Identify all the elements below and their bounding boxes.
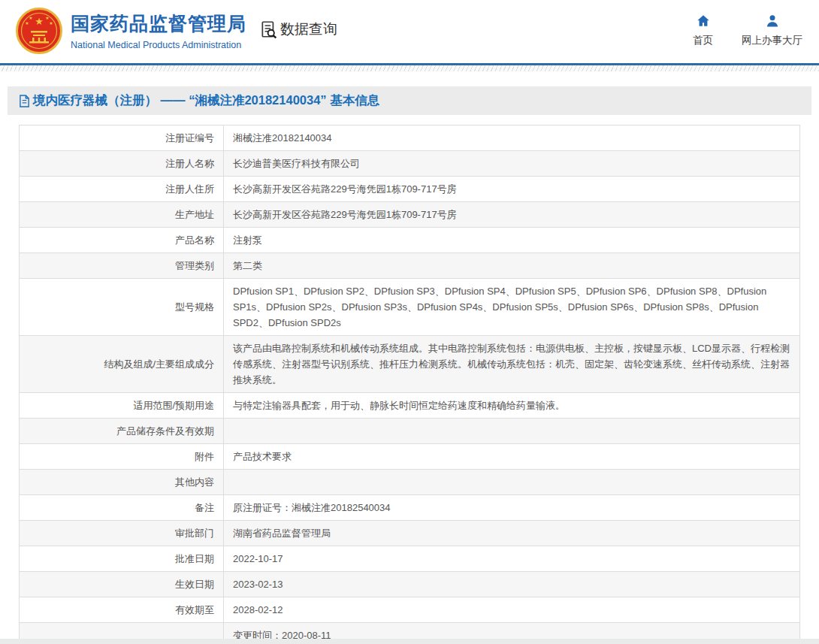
data-query-icon — [259, 20, 279, 39]
table-row: 生效日期2023-02-13 — [20, 572, 800, 597]
table-row: 注册人住所长沙高新开发区谷苑路229号海凭园1栋709-717号房 — [20, 177, 800, 202]
table-row: 批准日期2022-10-17 — [20, 546, 800, 572]
brand-name-cn: 国家药品监督管理局 — [71, 11, 246, 36]
brand-name-en: National Medical Products Administration — [71, 40, 246, 50]
table-row: 适用范围/预期用途与特定注输器具配套，用于动、静脉长时间恒定给药速度和精确给药量… — [20, 393, 800, 419]
row-label: 生产地址 — [20, 202, 224, 228]
data-query-label: 数据查询 — [280, 20, 337, 39]
row-label: 产品储存条件及有效期 — [20, 419, 224, 444]
home-icon — [696, 14, 711, 29]
table-row: 有效期至2028-02-12 — [20, 597, 800, 623]
header-stripe-band — [0, 65, 819, 71]
row-label: 注册人住所 — [20, 177, 224, 202]
row-value: 第二类 — [224, 253, 800, 279]
row-label: 附件 — [20, 444, 224, 470]
row-value: 原注册证号：湘械注准20182540034 — [224, 495, 800, 521]
table-row: 管理类别第二类 — [20, 253, 800, 279]
row-value: 该产品由电路控制系统和机械传动系统组成。其中电路控制系统包括：电源供电板、主控板… — [224, 336, 800, 393]
row-label: 产品名称 — [20, 228, 224, 253]
nav-item-service-hall[interactable]: 网上办事大厅 — [742, 14, 802, 47]
row-label: 有效期至 — [20, 597, 224, 623]
user-icon — [765, 14, 780, 29]
info-table-body: 注册证编号湘械注准20182140034注册人名称长沙迪普美医疗科技有限公司注册… — [20, 125, 800, 644]
row-value: 2022-10-17 — [224, 546, 800, 572]
nmpa-emblem-logo: ★ ★ ★ ★ ★ — [15, 7, 63, 55]
svg-text:★: ★ — [29, 16, 32, 20]
row-label: 适用范围/预期用途 — [20, 393, 224, 419]
table-row: 型号规格DPfusion SP1、DPfusion SP2、DPfusion S… — [20, 279, 800, 336]
row-value: 湖南省药品监督管理局 — [224, 521, 800, 546]
table-row: 生产地址长沙高新开发区谷苑路229号海凭园1栋709-717号房 — [20, 202, 800, 228]
row-label: 备注 — [20, 495, 224, 521]
table-row: 产品储存条件及有效期 — [20, 419, 800, 444]
row-label: 注册人名称 — [20, 151, 224, 177]
row-value: 长沙高新开发区谷苑路229号海凭园1栋709-717号房 — [224, 177, 800, 202]
table-row: 注册人名称长沙迪普美医疗科技有限公司 — [20, 151, 800, 177]
page: ★ ★ ★ ★ ★ 国家药品监督管理局 National Medical Pro… — [0, 0, 819, 644]
page-title: 境内医疗器械（注册） —— “湘械注准20182140034” 基本信息 — [33, 92, 379, 109]
row-value: 2023-02-13 — [224, 572, 800, 597]
table-row: 结构及组成/主要组成成分该产品由电路控制系统和机械传动系统组成。其中电路控制系统… — [20, 336, 800, 393]
national-emblem-icon: ★ ★ ★ ★ ★ — [15, 7, 63, 55]
table-row: 附件产品技术要求 — [20, 444, 800, 470]
header-nav: 首页 网上办事大厅 — [693, 14, 802, 47]
svg-text:★: ★ — [45, 16, 49, 20]
nav-item-home[interactable]: 首页 — [693, 14, 713, 47]
row-label: 型号规格 — [20, 279, 224, 336]
row-value — [224, 470, 800, 495]
row-label: 结构及组成/主要组成成分 — [20, 336, 224, 393]
row-value: 长沙迪普美医疗科技有限公司 — [224, 151, 800, 177]
svg-text:★: ★ — [49, 21, 53, 26]
table-row: 注册证编号湘械注准20182140034 — [20, 125, 800, 151]
row-value — [224, 419, 800, 444]
row-value: DPfusion SP1、DPfusion SP2、DPfusion SP3、D… — [224, 279, 800, 336]
row-value: 注射泵 — [224, 228, 800, 253]
registration-info-table: 注册证编号湘械注准20182140034注册人名称长沙迪普美医疗科技有限公司注册… — [19, 125, 800, 644]
row-label: 注册证编号 — [20, 125, 224, 151]
nav-label-home: 首页 — [693, 34, 713, 47]
row-label: 管理类别 — [20, 253, 224, 279]
brand-block: 国家药品监督管理局 National Medical Products Admi… — [71, 11, 246, 50]
table-row: 备注原注册证号：湘械注准20182540034 — [20, 495, 800, 521]
svg-text:★: ★ — [25, 21, 29, 26]
row-value: 湘械注准20182140034 — [224, 125, 800, 151]
row-label: 生效日期 — [20, 572, 224, 597]
row-label: 审批部门 — [20, 521, 224, 546]
row-value: 与特定注输器具配套，用于动、静脉长时间恒定给药速度和精确给药量输液。 — [224, 393, 800, 419]
footer-strip — [0, 639, 819, 644]
table-row: 其他内容 — [20, 470, 800, 495]
header: ★ ★ ★ ★ ★ 国家药品监督管理局 National Medical Pro… — [0, 0, 819, 63]
table-row: 产品名称注射泵 — [20, 228, 800, 253]
table-row: 审批部门湖南省药品监督管理局 — [20, 521, 800, 546]
row-label: 批准日期 — [20, 546, 224, 572]
title-bar: 境内医疗器械（注册） —— “湘械注准20182140034” 基本信息 — [8, 86, 811, 115]
document-icon — [19, 95, 30, 107]
row-label: 其他内容 — [20, 470, 224, 495]
data-query-section[interactable]: 数据查询 — [259, 20, 337, 39]
row-value: 产品技术要求 — [224, 444, 800, 470]
row-value: 长沙高新开发区谷苑路229号海凭园1栋709-717号房 — [224, 202, 800, 228]
row-value: 2028-02-12 — [224, 597, 800, 623]
nav-label-service-hall: 网上办事大厅 — [742, 34, 802, 47]
svg-text:★: ★ — [35, 16, 44, 27]
